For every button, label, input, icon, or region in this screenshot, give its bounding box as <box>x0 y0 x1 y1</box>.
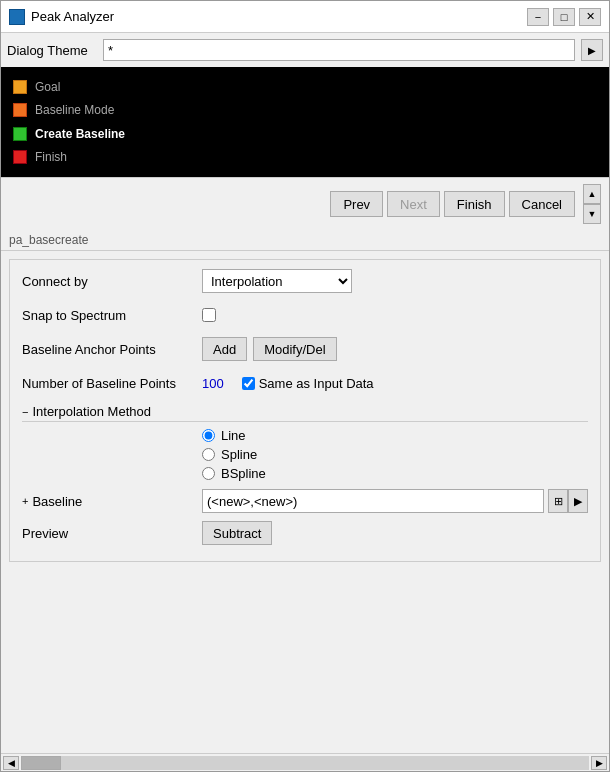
baseline-label: + Baseline <box>22 494 202 509</box>
radio-spline-input[interactable] <box>202 448 215 461</box>
window-icon <box>9 9 25 25</box>
step-finish[interactable]: Finish <box>13 150 597 164</box>
maximize-button[interactable]: □ <box>553 8 575 26</box>
steps-panel: Goal Baseline Mode Create Baseline Finis… <box>1 67 609 177</box>
radio-group: Line Spline BSpline <box>202 428 588 481</box>
cancel-button[interactable]: Cancel <box>509 191 575 217</box>
snap-to-spectrum-label: Snap to Spectrum <box>22 308 202 323</box>
num-baseline-control: 100 Same as Input Data <box>202 376 588 391</box>
num-baseline-value: 100 <box>202 376 224 391</box>
scroll-left-button[interactable]: ◀ <box>3 756 19 770</box>
peak-analyzer-window: Peak Analyzer − □ ✕ Dialog Theme ▶ Goal … <box>0 0 610 772</box>
modify-del-button[interactable]: Modify/Del <box>253 337 336 361</box>
title-bar: Peak Analyzer − □ ✕ <box>1 1 609 33</box>
num-baseline-row: Number of Baseline Points 100 Same as In… <box>22 370 588 396</box>
radio-spline[interactable]: Spline <box>202 447 588 462</box>
same-as-input-checkbox[interactable] <box>242 377 255 390</box>
radio-line-label: Line <box>221 428 246 443</box>
step-baseline-mode-label: Baseline Mode <box>35 103 114 117</box>
connect-by-select[interactable]: Interpolation Straight Lines Step <box>202 269 352 293</box>
baseline-icon-arrow[interactable]: ▶ <box>568 489 588 513</box>
dialog-theme-label: Dialog Theme <box>7 43 97 58</box>
step-create-baseline[interactable]: Create Baseline <box>13 127 597 141</box>
next-button[interactable]: Next <box>387 191 440 217</box>
step-create-baseline-box <box>13 127 27 141</box>
step-goal[interactable]: Goal <box>13 80 597 94</box>
baseline-anchor-label: Baseline Anchor Points <box>22 342 202 357</box>
baseline-anchor-control: Add Modify/Del <box>202 337 588 361</box>
section-name: pa_basecreate <box>1 230 609 251</box>
add-button[interactable]: Add <box>202 337 247 361</box>
connect-by-row: Connect by Interpolation Straight Lines … <box>22 268 588 294</box>
dialog-theme-row: Dialog Theme ▶ <box>1 33 609 67</box>
snap-to-spectrum-row: Snap to Spectrum <box>22 302 588 328</box>
step-goal-box <box>13 80 27 94</box>
title-bar-left: Peak Analyzer <box>9 9 114 25</box>
connect-by-control: Interpolation Straight Lines Step <box>202 269 588 293</box>
same-as-input-row: Same as Input Data <box>242 376 374 391</box>
scroll-down-arrow[interactable]: ▼ <box>583 204 601 224</box>
connect-by-label: Connect by <box>22 274 202 289</box>
step-finish-box <box>13 150 27 164</box>
same-as-input-label: Same as Input Data <box>259 376 374 391</box>
baseline-row: + Baseline (<new>,<new>) ⊞ ▶ <box>22 489 588 513</box>
scroll-thumb <box>21 756 61 770</box>
title-bar-controls: − □ ✕ <box>527 8 601 26</box>
dialog-theme-arrow[interactable]: ▶ <box>581 39 603 61</box>
snap-to-spectrum-checkbox[interactable] <box>202 308 216 322</box>
radio-line[interactable]: Line <box>202 428 588 443</box>
prev-button[interactable]: Prev <box>330 191 383 217</box>
interpolation-section: − Interpolation Method Line Spline BSpli… <box>22 404 588 481</box>
minimize-button[interactable]: − <box>527 8 549 26</box>
finish-button[interactable]: Finish <box>444 191 505 217</box>
radio-bspline[interactable]: BSpline <box>202 466 588 481</box>
interpolation-section-header: − Interpolation Method <box>22 404 588 422</box>
scroll-right-button[interactable]: ▶ <box>591 756 607 770</box>
subtract-button[interactable]: Subtract <box>202 521 272 545</box>
baseline-anchor-row: Baseline Anchor Points Add Modify/Del <box>22 336 588 362</box>
radio-bspline-input[interactable] <box>202 467 215 480</box>
baseline-label-text: Baseline <box>32 494 82 509</box>
snap-to-spectrum-control <box>202 308 588 322</box>
num-baseline-label: Number of Baseline Points <box>22 376 202 391</box>
buttons-row: Prev Next Finish Cancel ▲ ▼ <box>1 177 609 230</box>
scroll-track[interactable] <box>21 756 589 770</box>
dialog-theme-input[interactable] <box>103 39 575 61</box>
baseline-input[interactable]: (<new>,<new>) <box>202 489 544 513</box>
step-create-baseline-label: Create Baseline <box>35 127 125 141</box>
step-goal-label: Goal <box>35 80 60 94</box>
horizontal-scrollbar[interactable]: ◀ ▶ <box>1 753 609 771</box>
window-title: Peak Analyzer <box>31 9 114 24</box>
preview-label: Preview <box>22 526 202 541</box>
scroll-up-arrow[interactable]: ▲ <box>583 184 601 204</box>
form-panel: Connect by Interpolation Straight Lines … <box>9 259 601 562</box>
step-finish-label: Finish <box>35 150 67 164</box>
radio-spline-label: Spline <box>221 447 257 462</box>
interpolation-section-label: Interpolation Method <box>32 404 151 419</box>
baseline-expand-icon[interactable]: + <box>22 495 28 507</box>
main-content: Connect by Interpolation Straight Lines … <box>1 251 609 753</box>
baseline-icon-grid[interactable]: ⊞ <box>548 489 568 513</box>
radio-bspline-label: BSpline <box>221 466 266 481</box>
radio-line-input[interactable] <box>202 429 215 442</box>
step-baseline-mode-box <box>13 103 27 117</box>
baseline-icons: ⊞ ▶ <box>548 489 588 513</box>
close-button[interactable]: ✕ <box>579 8 601 26</box>
step-baseline-mode[interactable]: Baseline Mode <box>13 103 597 117</box>
collapse-icon[interactable]: − <box>22 406 28 418</box>
preview-row: Preview Subtract <box>22 521 588 545</box>
